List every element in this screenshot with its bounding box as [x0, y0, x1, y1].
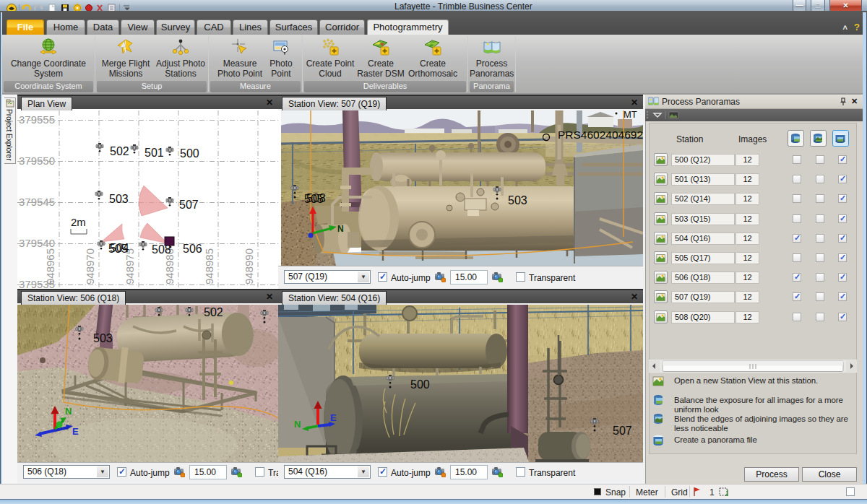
- svg-text:948990: 948990: [243, 248, 255, 284]
- svg-text:379540: 379540: [19, 237, 55, 249]
- svg-text:E: E: [72, 426, 79, 437]
- svg-text:N: N: [65, 406, 72, 417]
- svg-text:500: 500: [180, 147, 199, 160]
- svg-text:508: 508: [306, 192, 326, 204]
- svg-text:503: 503: [508, 194, 527, 207]
- svg-text:500: 500: [410, 378, 430, 391]
- svg-text:502: 502: [204, 306, 223, 318]
- svg-text:948985: 948985: [203, 248, 215, 284]
- svg-text:379545: 379545: [19, 196, 55, 208]
- svg-text:506: 506: [183, 243, 202, 255]
- svg-text:507: 507: [613, 425, 632, 437]
- svg-text:504: 504: [110, 242, 129, 254]
- svg-text:948970: 948970: [84, 248, 96, 284]
- svg-text:N: N: [294, 419, 301, 430]
- svg-text:MT: MT: [624, 110, 637, 120]
- svg-text:N: N: [337, 224, 344, 234]
- svg-text:379550: 379550: [19, 155, 55, 167]
- svg-text:503: 503: [93, 332, 113, 344]
- svg-text:507: 507: [179, 199, 199, 211]
- svg-text:E: E: [330, 412, 337, 423]
- svg-text:502: 502: [110, 145, 129, 157]
- svg-text:379555: 379555: [19, 113, 55, 126]
- svg-text:2m: 2m: [71, 216, 86, 228]
- svg-text:PRS46024046927: PRS46024046927: [558, 129, 643, 141]
- svg-text:503: 503: [109, 193, 129, 205]
- svg-text:948965: 948965: [44, 248, 56, 284]
- svg-text:501: 501: [144, 147, 164, 159]
